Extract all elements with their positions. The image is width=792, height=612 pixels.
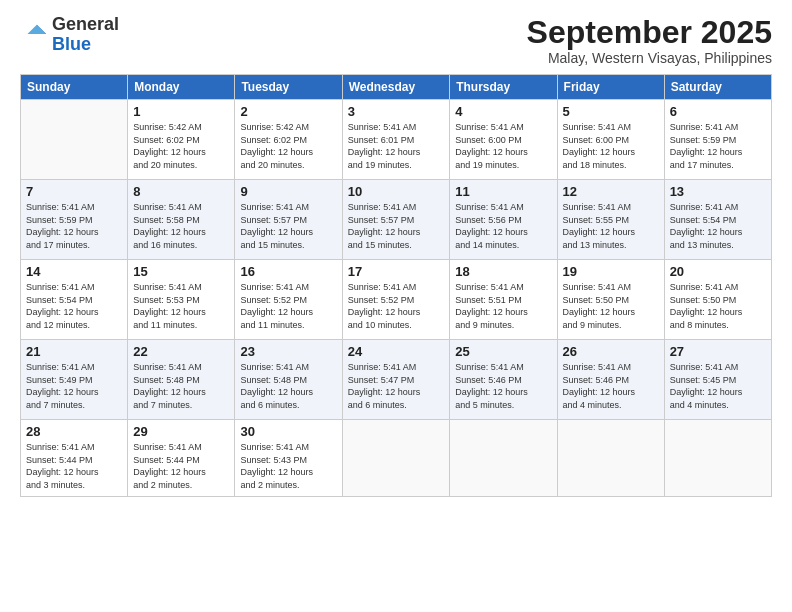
day-number: 17 xyxy=(348,264,445,279)
table-row: 15Sunrise: 5:41 AM Sunset: 5:53 PM Dayli… xyxy=(128,260,235,340)
table-row: 11Sunrise: 5:41 AM Sunset: 5:56 PM Dayli… xyxy=(450,180,557,260)
day-info: Sunrise: 5:41 AM Sunset: 6:00 PM Dayligh… xyxy=(563,121,659,171)
day-number: 20 xyxy=(670,264,766,279)
table-row: 12Sunrise: 5:41 AM Sunset: 5:55 PM Dayli… xyxy=(557,180,664,260)
calendar-week-row: 1Sunrise: 5:42 AM Sunset: 6:02 PM Daylig… xyxy=(21,100,772,180)
day-number: 30 xyxy=(240,424,336,439)
day-number: 10 xyxy=(348,184,445,199)
calendar-table: Sunday Monday Tuesday Wednesday Thursday… xyxy=(20,74,772,496)
table-row: 7Sunrise: 5:41 AM Sunset: 5:59 PM Daylig… xyxy=(21,180,128,260)
day-info: Sunrise: 5:41 AM Sunset: 5:55 PM Dayligh… xyxy=(563,201,659,251)
col-tuesday: Tuesday xyxy=(235,75,342,100)
logo: General Blue xyxy=(20,15,119,55)
table-row: 27Sunrise: 5:41 AM Sunset: 5:45 PM Dayli… xyxy=(664,340,771,420)
day-info: Sunrise: 5:41 AM Sunset: 5:54 PM Dayligh… xyxy=(670,201,766,251)
day-info: Sunrise: 5:41 AM Sunset: 5:48 PM Dayligh… xyxy=(133,361,229,411)
calendar-header-row: Sunday Monday Tuesday Wednesday Thursday… xyxy=(21,75,772,100)
day-info: Sunrise: 5:41 AM Sunset: 5:56 PM Dayligh… xyxy=(455,201,551,251)
table-row xyxy=(450,420,557,496)
day-number: 9 xyxy=(240,184,336,199)
day-info: Sunrise: 5:41 AM Sunset: 5:49 PM Dayligh… xyxy=(26,361,122,411)
day-number: 2 xyxy=(240,104,336,119)
day-number: 5 xyxy=(563,104,659,119)
page-header: General Blue September 2025 Malay, Weste… xyxy=(20,15,772,66)
logo-icon xyxy=(20,21,48,49)
logo-text: General Blue xyxy=(52,15,119,55)
day-info: Sunrise: 5:41 AM Sunset: 6:01 PM Dayligh… xyxy=(348,121,445,171)
table-row: 17Sunrise: 5:41 AM Sunset: 5:52 PM Dayli… xyxy=(342,260,450,340)
day-info: Sunrise: 5:41 AM Sunset: 5:51 PM Dayligh… xyxy=(455,281,551,331)
day-number: 4 xyxy=(455,104,551,119)
table-row xyxy=(557,420,664,496)
day-info: Sunrise: 5:41 AM Sunset: 5:48 PM Dayligh… xyxy=(240,361,336,411)
day-number: 11 xyxy=(455,184,551,199)
table-row xyxy=(21,100,128,180)
table-row: 30Sunrise: 5:41 AM Sunset: 5:43 PM Dayli… xyxy=(235,420,342,496)
day-info: Sunrise: 5:41 AM Sunset: 5:52 PM Dayligh… xyxy=(348,281,445,331)
day-info: Sunrise: 5:41 AM Sunset: 5:50 PM Dayligh… xyxy=(670,281,766,331)
location-subtitle: Malay, Western Visayas, Philippines xyxy=(527,50,772,66)
day-number: 12 xyxy=(563,184,659,199)
day-number: 26 xyxy=(563,344,659,359)
day-info: Sunrise: 5:41 AM Sunset: 6:00 PM Dayligh… xyxy=(455,121,551,171)
day-info: Sunrise: 5:41 AM Sunset: 5:50 PM Dayligh… xyxy=(563,281,659,331)
day-number: 24 xyxy=(348,344,445,359)
day-info: Sunrise: 5:41 AM Sunset: 5:43 PM Dayligh… xyxy=(240,441,336,491)
day-number: 13 xyxy=(670,184,766,199)
day-info: Sunrise: 5:41 AM Sunset: 5:57 PM Dayligh… xyxy=(348,201,445,251)
calendar-week-row: 28Sunrise: 5:41 AM Sunset: 5:44 PM Dayli… xyxy=(21,420,772,496)
day-number: 25 xyxy=(455,344,551,359)
day-number: 14 xyxy=(26,264,122,279)
table-row: 20Sunrise: 5:41 AM Sunset: 5:50 PM Dayli… xyxy=(664,260,771,340)
day-info: Sunrise: 5:41 AM Sunset: 5:44 PM Dayligh… xyxy=(133,441,229,491)
month-title: September 2025 xyxy=(527,15,772,50)
day-number: 6 xyxy=(670,104,766,119)
day-info: Sunrise: 5:41 AM Sunset: 5:53 PM Dayligh… xyxy=(133,281,229,331)
table-row xyxy=(664,420,771,496)
day-info: Sunrise: 5:41 AM Sunset: 5:46 PM Dayligh… xyxy=(563,361,659,411)
day-info: Sunrise: 5:41 AM Sunset: 5:59 PM Dayligh… xyxy=(670,121,766,171)
day-info: Sunrise: 5:42 AM Sunset: 6:02 PM Dayligh… xyxy=(133,121,229,171)
table-row: 1Sunrise: 5:42 AM Sunset: 6:02 PM Daylig… xyxy=(128,100,235,180)
table-row: 6Sunrise: 5:41 AM Sunset: 5:59 PM Daylig… xyxy=(664,100,771,180)
table-row: 18Sunrise: 5:41 AM Sunset: 5:51 PM Dayli… xyxy=(450,260,557,340)
table-row: 25Sunrise: 5:41 AM Sunset: 5:46 PM Dayli… xyxy=(450,340,557,420)
table-row: 22Sunrise: 5:41 AM Sunset: 5:48 PM Dayli… xyxy=(128,340,235,420)
calendar-week-row: 7Sunrise: 5:41 AM Sunset: 5:59 PM Daylig… xyxy=(21,180,772,260)
day-number: 7 xyxy=(26,184,122,199)
day-number: 28 xyxy=(26,424,122,439)
table-row: 16Sunrise: 5:41 AM Sunset: 5:52 PM Dayli… xyxy=(235,260,342,340)
title-block: September 2025 Malay, Western Visayas, P… xyxy=(527,15,772,66)
table-row: 23Sunrise: 5:41 AM Sunset: 5:48 PM Dayli… xyxy=(235,340,342,420)
table-row: 29Sunrise: 5:41 AM Sunset: 5:44 PM Dayli… xyxy=(128,420,235,496)
svg-marker-1 xyxy=(27,25,46,34)
calendar-week-row: 21Sunrise: 5:41 AM Sunset: 5:49 PM Dayli… xyxy=(21,340,772,420)
table-row: 4Sunrise: 5:41 AM Sunset: 6:00 PM Daylig… xyxy=(450,100,557,180)
table-row: 26Sunrise: 5:41 AM Sunset: 5:46 PM Dayli… xyxy=(557,340,664,420)
day-info: Sunrise: 5:41 AM Sunset: 5:54 PM Dayligh… xyxy=(26,281,122,331)
table-row: 5Sunrise: 5:41 AM Sunset: 6:00 PM Daylig… xyxy=(557,100,664,180)
col-thursday: Thursday xyxy=(450,75,557,100)
day-number: 3 xyxy=(348,104,445,119)
day-number: 27 xyxy=(670,344,766,359)
day-info: Sunrise: 5:41 AM Sunset: 5:59 PM Dayligh… xyxy=(26,201,122,251)
table-row: 13Sunrise: 5:41 AM Sunset: 5:54 PM Dayli… xyxy=(664,180,771,260)
day-info: Sunrise: 5:41 AM Sunset: 5:47 PM Dayligh… xyxy=(348,361,445,411)
day-number: 15 xyxy=(133,264,229,279)
day-number: 29 xyxy=(133,424,229,439)
day-number: 21 xyxy=(26,344,122,359)
col-monday: Monday xyxy=(128,75,235,100)
table-row: 21Sunrise: 5:41 AM Sunset: 5:49 PM Dayli… xyxy=(21,340,128,420)
day-info: Sunrise: 5:41 AM Sunset: 5:57 PM Dayligh… xyxy=(240,201,336,251)
table-row: 3Sunrise: 5:41 AM Sunset: 6:01 PM Daylig… xyxy=(342,100,450,180)
table-row: 19Sunrise: 5:41 AM Sunset: 5:50 PM Dayli… xyxy=(557,260,664,340)
day-number: 23 xyxy=(240,344,336,359)
day-info: Sunrise: 5:41 AM Sunset: 5:44 PM Dayligh… xyxy=(26,441,122,491)
day-number: 16 xyxy=(240,264,336,279)
table-row: 8Sunrise: 5:41 AM Sunset: 5:58 PM Daylig… xyxy=(128,180,235,260)
table-row: 9Sunrise: 5:41 AM Sunset: 5:57 PM Daylig… xyxy=(235,180,342,260)
col-friday: Friday xyxy=(557,75,664,100)
day-number: 19 xyxy=(563,264,659,279)
col-wednesday: Wednesday xyxy=(342,75,450,100)
table-row: 28Sunrise: 5:41 AM Sunset: 5:44 PM Dayli… xyxy=(21,420,128,496)
